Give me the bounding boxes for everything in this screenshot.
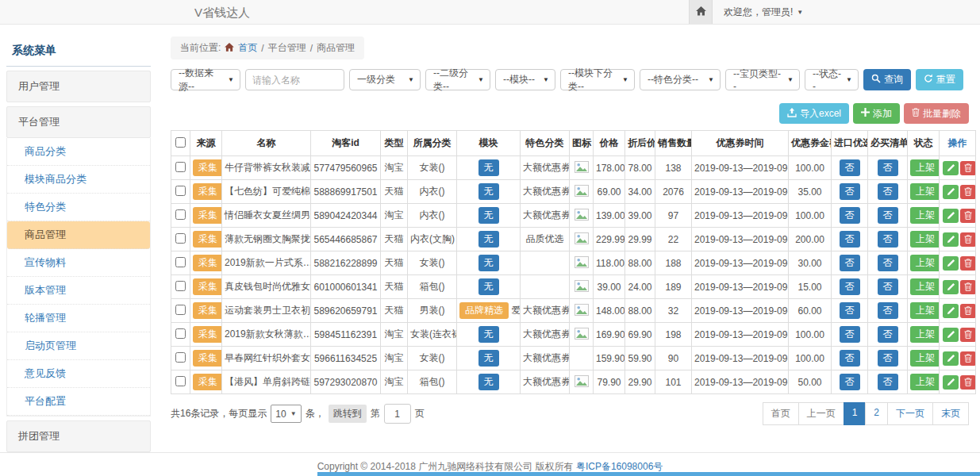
status-badge[interactable]: 上架 xyxy=(910,374,940,390)
sidebar-sub-item-8[interactable]: 轮播管理 xyxy=(7,305,150,332)
delete-button[interactable] xyxy=(960,280,976,294)
page-button-4[interactable]: 下一页 xyxy=(887,402,933,425)
import-select-toggle[interactable]: 否 xyxy=(840,159,860,176)
module-badge[interactable]: 无 xyxy=(478,159,499,176)
delete-button[interactable] xyxy=(960,256,976,271)
product-image-icon[interactable] xyxy=(575,328,589,342)
delete-button[interactable] xyxy=(960,161,976,175)
import-select-toggle[interactable]: 否 xyxy=(840,183,860,200)
sidebar-sub-item-5[interactable]: 商品管理 xyxy=(7,221,150,249)
page-button-2[interactable]: 1 xyxy=(844,402,867,425)
must-buy-toggle[interactable]: 否 xyxy=(878,350,898,367)
edit-button[interactable] xyxy=(943,232,959,247)
page-button-1[interactable]: 上一页 xyxy=(798,402,844,425)
status-badge[interactable]: 上架 xyxy=(910,278,940,295)
name-search-input[interactable] xyxy=(245,69,344,90)
must-buy-toggle[interactable]: 否 xyxy=(878,326,898,343)
status-badge[interactable]: 上架 xyxy=(910,326,940,343)
filter-select-0[interactable]: --数据来源--▼ xyxy=(171,69,240,90)
page-button-0[interactable]: 首页 xyxy=(763,402,799,425)
status-badge[interactable]: 上架 xyxy=(910,207,940,224)
module-badge[interactable]: 无 xyxy=(478,350,499,367)
module-badge[interactable]: 无 xyxy=(478,255,499,271)
import-select-toggle[interactable]: 否 xyxy=(840,326,860,343)
status-badge[interactable]: 上架 xyxy=(910,302,940,319)
page-button-3[interactable]: 2 xyxy=(865,402,888,425)
delete-button[interactable] xyxy=(960,232,976,247)
product-image-icon[interactable] xyxy=(575,185,589,199)
must-buy-toggle[interactable]: 否 xyxy=(878,159,898,176)
edit-button[interactable] xyxy=(943,161,959,175)
row-checkbox[interactable] xyxy=(175,162,186,172)
jump-to-button[interactable]: 跳转到 xyxy=(329,405,367,423)
filter-select-2[interactable]: --二级分类--▼ xyxy=(425,69,490,90)
product-image-icon[interactable] xyxy=(575,280,589,294)
delete-button[interactable] xyxy=(960,209,976,223)
import-select-toggle[interactable]: 否 xyxy=(840,231,860,248)
module-badge[interactable]: 无 xyxy=(478,374,499,390)
page-button-5[interactable]: 末页 xyxy=(932,402,969,425)
row-checkbox[interactable] xyxy=(175,257,186,267)
edit-button[interactable] xyxy=(943,375,959,390)
filter-select-1[interactable]: 一级分类▼ xyxy=(349,69,421,90)
sidebar-sub-item-9[interactable]: 启动页管理 xyxy=(7,332,150,360)
must-buy-toggle[interactable]: 否 xyxy=(878,302,898,319)
module-badge[interactable]: 无 xyxy=(478,183,499,200)
module-badge[interactable]: 无 xyxy=(478,207,499,224)
delete-button[interactable] xyxy=(960,304,976,318)
import-select-toggle[interactable]: 否 xyxy=(840,207,860,224)
row-checkbox[interactable] xyxy=(175,352,186,363)
delete-button[interactable] xyxy=(960,328,976,342)
add-button[interactable]: 添加 xyxy=(853,103,900,124)
must-buy-toggle[interactable]: 否 xyxy=(878,278,898,295)
status-badge[interactable]: 上架 xyxy=(910,255,940,271)
row-checkbox[interactable] xyxy=(175,209,186,220)
row-checkbox[interactable] xyxy=(175,281,186,291)
edit-button[interactable] xyxy=(943,280,959,294)
must-buy-toggle[interactable]: 否 xyxy=(878,207,898,224)
row-checkbox[interactable] xyxy=(175,328,186,339)
filter-select-5[interactable]: --特色分类--▼ xyxy=(640,69,721,90)
row-checkbox[interactable] xyxy=(175,233,186,244)
import-select-toggle[interactable]: 否 xyxy=(840,255,860,271)
delete-button[interactable] xyxy=(960,185,976,199)
import-excel-button[interactable]: 导入excel xyxy=(779,103,849,124)
delete-button[interactable] xyxy=(960,351,976,366)
sidebar-sub-item-11[interactable]: 平台配置 xyxy=(7,388,150,416)
product-image-icon[interactable] xyxy=(575,209,589,223)
edit-button[interactable] xyxy=(943,328,959,342)
status-badge[interactable]: 上架 xyxy=(910,159,940,176)
module-badge[interactable]: 无 xyxy=(478,278,499,295)
per-page-select[interactable]: 10 ▼ xyxy=(271,405,301,423)
row-checkbox[interactable] xyxy=(175,376,186,386)
filter-select-7[interactable]: --状态--▼ xyxy=(805,69,859,90)
module-badge[interactable]: 无 xyxy=(478,231,499,248)
edit-button[interactable] xyxy=(943,304,959,318)
import-select-toggle[interactable]: 否 xyxy=(840,278,860,295)
edit-button[interactable] xyxy=(943,185,959,199)
must-buy-toggle[interactable]: 否 xyxy=(878,231,898,248)
module-badge[interactable]: 无 xyxy=(478,326,499,343)
home-button[interactable] xyxy=(689,0,713,24)
row-checkbox[interactable] xyxy=(175,305,186,315)
filter-select-6[interactable]: --宝贝类型--▼ xyxy=(725,69,800,90)
must-buy-toggle[interactable]: 否 xyxy=(878,183,898,200)
product-image-icon[interactable] xyxy=(575,232,589,247)
must-buy-toggle[interactable]: 否 xyxy=(878,255,898,271)
bulk-delete-button[interactable]: 批量删除 xyxy=(904,103,969,124)
delete-button[interactable] xyxy=(960,375,976,390)
sidebar-sub-item-6[interactable]: 宣传物料 xyxy=(7,249,150,277)
status-badge[interactable]: 上架 xyxy=(910,183,940,200)
module-badge[interactable]: 品牌精选 xyxy=(459,302,509,319)
reset-button[interactable]: 重置 xyxy=(916,69,963,90)
product-image-icon[interactable] xyxy=(575,375,589,390)
import-select-toggle[interactable]: 否 xyxy=(840,350,860,367)
sidebar-sub-item-3[interactable]: 模块商品分类 xyxy=(7,166,150,194)
sidebar-group-1[interactable]: 平台管理 xyxy=(6,106,151,138)
status-badge[interactable]: 上架 xyxy=(910,231,940,248)
product-image-icon[interactable] xyxy=(575,256,589,271)
edit-button[interactable] xyxy=(943,256,959,271)
filter-select-3[interactable]: --模块--▼ xyxy=(495,69,555,90)
filter-select-4[interactable]: --模块下分类--▼ xyxy=(560,69,635,90)
edit-button[interactable] xyxy=(943,351,959,366)
